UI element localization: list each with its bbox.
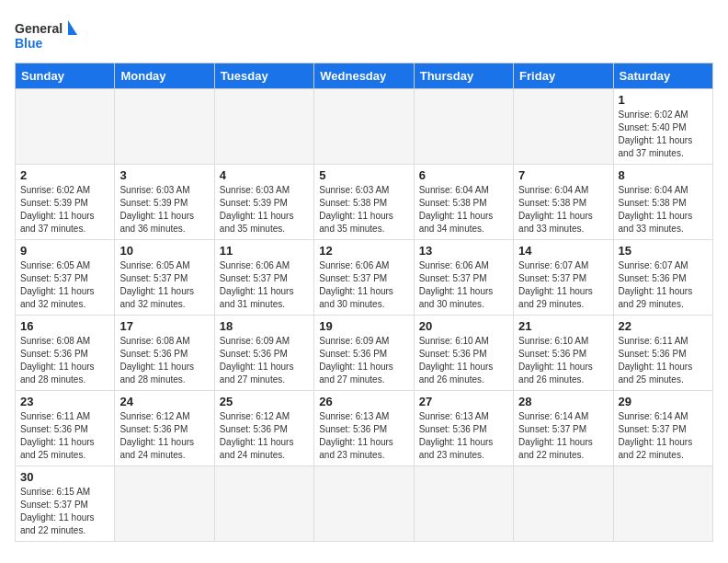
calendar-cell: 1Sunrise: 6:02 AM Sunset: 5:40 PM Daylig… [613,89,712,165]
calendar-table: SundayMondayTuesdayWednesdayThursdayFrid… [15,63,713,542]
day-info: Sunrise: 6:05 AM Sunset: 5:37 PM Dayligh… [119,259,209,311]
calendar-cell: 20Sunrise: 6:10 AM Sunset: 5:36 PM Dayli… [414,316,513,391]
calendar-week-row: 30Sunrise: 6:15 AM Sunset: 5:37 PM Dayli… [16,466,713,542]
calendar-header-friday: Friday [514,63,613,89]
day-number: 9 [20,244,109,258]
calendar-cell: 7Sunrise: 6:04 AM Sunset: 5:38 PM Daylig… [514,165,613,240]
calendar-header-wednesday: Wednesday [314,63,414,89]
day-number: 26 [319,395,408,408]
calendar-cell [16,89,115,165]
day-info: Sunrise: 6:15 AM Sunset: 5:37 PM Dayligh… [20,486,109,537]
day-number: 25 [220,395,309,408]
calendar-cell: 30Sunrise: 6:15 AM Sunset: 5:37 PM Dayli… [16,466,115,542]
calendar-cell: 10Sunrise: 6:05 AM Sunset: 5:37 PM Dayli… [115,240,214,316]
day-number: 23 [20,395,109,408]
day-info: Sunrise: 6:05 AM Sunset: 5:37 PM Dayligh… [20,259,109,311]
calendar-cell: 15Sunrise: 6:07 AM Sunset: 5:36 PM Dayli… [613,240,712,316]
day-info: Sunrise: 6:06 AM Sunset: 5:37 PM Dayligh… [419,259,508,311]
calendar-week-row: 1Sunrise: 6:02 AM Sunset: 5:40 PM Daylig… [16,89,713,165]
day-info: Sunrise: 6:11 AM Sunset: 5:36 PM Dayligh… [20,410,109,462]
day-number: 24 [119,395,209,408]
day-info: Sunrise: 6:02 AM Sunset: 5:39 PM Dayligh… [20,184,109,236]
calendar-cell: 16Sunrise: 6:08 AM Sunset: 5:36 PM Dayli… [16,316,115,391]
calendar-header-monday: Monday [115,63,214,89]
calendar-header-row: SundayMondayTuesdayWednesdayThursdayFrid… [16,63,713,89]
calendar-cell [115,466,214,542]
calendar-cell: 2Sunrise: 6:02 AM Sunset: 5:39 PM Daylig… [16,165,115,240]
day-info: Sunrise: 6:04 AM Sunset: 5:38 PM Dayligh… [619,184,708,236]
day-info: Sunrise: 6:08 AM Sunset: 5:36 PM Dayligh… [20,335,109,386]
day-number: 13 [419,244,508,258]
calendar-cell: 14Sunrise: 6:07 AM Sunset: 5:37 PM Dayli… [514,240,613,316]
calendar-week-row: 2Sunrise: 6:02 AM Sunset: 5:39 PM Daylig… [16,165,713,240]
calendar-cell: 13Sunrise: 6:06 AM Sunset: 5:37 PM Dayli… [414,240,513,316]
calendar-header-tuesday: Tuesday [214,63,313,89]
day-info: Sunrise: 6:09 AM Sunset: 5:36 PM Dayligh… [220,335,309,386]
day-info: Sunrise: 6:02 AM Sunset: 5:40 PM Dayligh… [619,109,708,160]
calendar-cell: 17Sunrise: 6:08 AM Sunset: 5:36 PM Dayli… [115,316,214,391]
calendar-cell: 12Sunrise: 6:06 AM Sunset: 5:37 PM Dayli… [314,240,414,316]
calendar-cell: 23Sunrise: 6:11 AM Sunset: 5:36 PM Dayli… [16,391,115,466]
calendar-cell: 4Sunrise: 6:03 AM Sunset: 5:39 PM Daylig… [214,165,313,240]
calendar-cell: 5Sunrise: 6:03 AM Sunset: 5:38 PM Daylig… [314,165,414,240]
day-number: 15 [619,244,708,258]
day-number: 19 [319,319,408,333]
day-info: Sunrise: 6:07 AM Sunset: 5:37 PM Dayligh… [518,259,608,311]
calendar-cell: 9Sunrise: 6:05 AM Sunset: 5:37 PM Daylig… [16,240,115,316]
calendar-cell [314,89,414,165]
day-number: 3 [119,168,209,182]
calendar-cell [414,466,513,542]
calendar-cell: 27Sunrise: 6:13 AM Sunset: 5:36 PM Dayli… [414,391,513,466]
calendar-week-row: 16Sunrise: 6:08 AM Sunset: 5:36 PM Dayli… [16,316,713,391]
day-number: 30 [20,470,109,484]
calendar-header-sunday: Sunday [16,63,115,89]
day-info: Sunrise: 6:14 AM Sunset: 5:37 PM Dayligh… [518,410,608,462]
calendar-cell: 18Sunrise: 6:09 AM Sunset: 5:36 PM Dayli… [214,316,313,391]
day-number: 6 [419,168,508,182]
day-info: Sunrise: 6:10 AM Sunset: 5:36 PM Dayligh… [518,335,608,386]
day-info: Sunrise: 6:03 AM Sunset: 5:38 PM Dayligh… [319,184,408,236]
svg-marker-2 [68,20,77,35]
logo-icon: GeneralBlue [15,18,79,57]
day-number: 20 [419,319,508,333]
day-info: Sunrise: 6:07 AM Sunset: 5:36 PM Dayligh… [619,259,708,311]
day-number: 29 [619,395,708,408]
day-number: 17 [119,319,209,333]
day-info: Sunrise: 6:12 AM Sunset: 5:36 PM Dayligh… [220,410,309,462]
day-number: 16 [20,319,109,333]
calendar-cell: 11Sunrise: 6:06 AM Sunset: 5:37 PM Dayli… [214,240,313,316]
day-info: Sunrise: 6:04 AM Sunset: 5:38 PM Dayligh… [419,184,508,236]
day-number: 21 [518,319,608,333]
day-number: 11 [220,244,309,258]
calendar-week-row: 23Sunrise: 6:11 AM Sunset: 5:36 PM Dayli… [16,391,713,466]
day-number: 12 [319,244,408,258]
calendar-cell: 26Sunrise: 6:13 AM Sunset: 5:36 PM Dayli… [314,391,414,466]
day-info: Sunrise: 6:13 AM Sunset: 5:36 PM Dayligh… [319,410,408,462]
svg-text:Blue: Blue [15,36,43,51]
day-number: 22 [619,319,708,333]
day-info: Sunrise: 6:09 AM Sunset: 5:36 PM Dayligh… [319,335,408,386]
day-number: 10 [119,244,209,258]
calendar-cell: 19Sunrise: 6:09 AM Sunset: 5:36 PM Dayli… [314,316,414,391]
day-number: 4 [220,168,309,182]
day-info: Sunrise: 6:06 AM Sunset: 5:37 PM Dayligh… [319,259,408,311]
calendar-cell: 24Sunrise: 6:12 AM Sunset: 5:36 PM Dayli… [115,391,214,466]
day-number: 7 [518,168,608,182]
calendar-cell: 3Sunrise: 6:03 AM Sunset: 5:39 PM Daylig… [115,165,214,240]
day-number: 2 [20,168,109,182]
day-number: 28 [518,395,608,408]
day-number: 14 [518,244,608,258]
calendar-cell: 21Sunrise: 6:10 AM Sunset: 5:36 PM Dayli… [514,316,613,391]
calendar-cell: 29Sunrise: 6:14 AM Sunset: 5:37 PM Dayli… [613,391,712,466]
day-info: Sunrise: 6:10 AM Sunset: 5:36 PM Dayligh… [419,335,508,386]
header: GeneralBlue [15,15,713,57]
day-number: 5 [319,168,408,182]
calendar-cell [613,466,712,542]
day-info: Sunrise: 6:04 AM Sunset: 5:38 PM Dayligh… [518,184,608,236]
day-number: 8 [619,168,708,182]
calendar-cell [514,466,613,542]
calendar-header-saturday: Saturday [613,63,712,89]
day-info: Sunrise: 6:03 AM Sunset: 5:39 PM Dayligh… [220,184,309,236]
day-info: Sunrise: 6:08 AM Sunset: 5:36 PM Dayligh… [119,335,209,386]
calendar-cell [514,89,613,165]
